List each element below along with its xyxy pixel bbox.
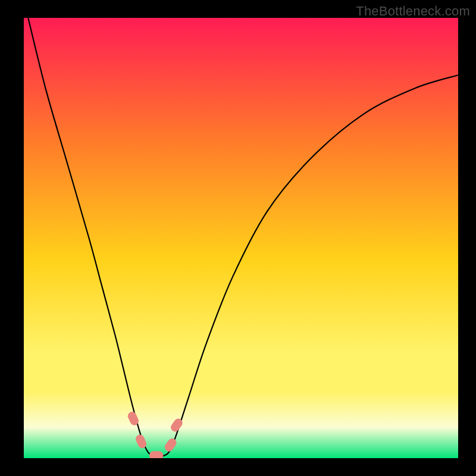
markers-group <box>126 411 184 458</box>
curve-layer <box>24 18 458 458</box>
watermark-text: TheBottleneck.com <box>356 4 470 19</box>
bottleneck-curve <box>28 18 458 456</box>
marker-right-lower <box>163 437 178 453</box>
chart-frame: TheBottleneck.com <box>0 0 476 476</box>
marker-minimum <box>149 451 163 458</box>
plot-area <box>24 18 458 458</box>
